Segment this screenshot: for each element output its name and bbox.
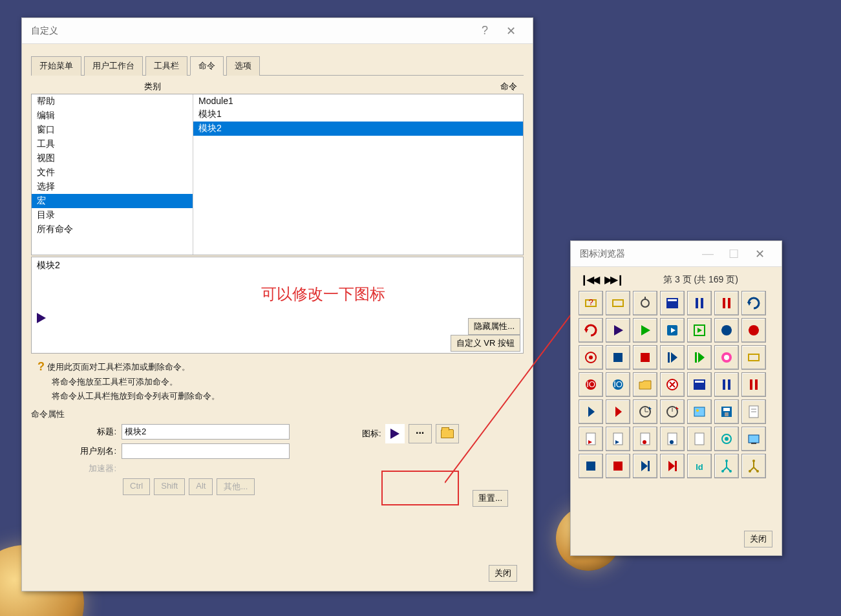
icon-cell-30[interactable] xyxy=(633,399,657,424)
icon-cell-27[interactable] xyxy=(741,372,766,397)
icon-cell-5[interactable] xyxy=(714,291,739,315)
icon-browser-close-icon[interactable]: ✕ xyxy=(747,247,772,261)
reset-button[interactable]: 重置... xyxy=(473,490,508,507)
tab-3[interactable]: 命令 xyxy=(190,56,224,76)
icon-cell-34[interactable] xyxy=(741,399,766,424)
icon-cell-23[interactable] xyxy=(633,372,657,397)
icon-cell-20[interactable] xyxy=(741,345,766,370)
tab-0[interactable]: 开始菜单 xyxy=(31,56,81,76)
icon-cell-1[interactable] xyxy=(606,291,630,315)
icon-cell-39[interactable] xyxy=(687,427,712,451)
next-page-button[interactable]: ▶▶❙ xyxy=(604,273,623,286)
modifier-其他...[interactable]: 其他... xyxy=(217,478,255,495)
icon-cell-15[interactable] xyxy=(606,345,630,370)
icon-cell-37[interactable] xyxy=(633,427,657,451)
alias-input[interactable] xyxy=(122,443,290,459)
tab-2[interactable]: 工具栏 xyxy=(145,56,187,76)
icon-cell-41[interactable] xyxy=(741,427,766,451)
icon-cell-11[interactable] xyxy=(687,318,712,343)
icon-cell-3[interactable] xyxy=(660,291,685,315)
svg-text:Id: Id xyxy=(696,462,703,472)
icon-cell-0[interactable]: ? xyxy=(579,291,603,315)
icon-cell-24[interactable] xyxy=(660,372,685,397)
command-list[interactable]: Module1模块1模块2 xyxy=(193,94,523,255)
command-item[interactable]: 模块1 xyxy=(193,107,523,122)
svg-marker-16 xyxy=(641,325,650,335)
first-page-button[interactable]: ❙◀◀ xyxy=(580,273,598,286)
svg-rect-76 xyxy=(613,462,623,471)
annotation-text: 可以修改一下图标 xyxy=(261,284,385,304)
icon-cell-38[interactable] xyxy=(660,427,685,451)
icon-cell-18[interactable] xyxy=(687,345,712,370)
modifier-shift[interactable]: Shift xyxy=(154,478,185,495)
page-info: 第 3 页 (共 169 页) xyxy=(629,274,772,286)
icon-cell-40[interactable] xyxy=(714,427,739,451)
category-item[interactable]: 目录 xyxy=(32,208,193,222)
icon-cell-48[interactable] xyxy=(741,454,766,478)
icon-cell-42[interactable] xyxy=(579,454,603,478)
category-item[interactable]: 选择 xyxy=(32,180,193,194)
icon-cell-22[interactable]: IO xyxy=(606,372,630,397)
icon-browser-close-button[interactable]: 关闭 xyxy=(744,531,772,547)
svg-marker-50 xyxy=(649,407,652,409)
svg-rect-9 xyxy=(696,298,698,308)
category-list[interactable]: 帮助编辑窗口工具视图文件选择宏目录所有命令 xyxy=(32,94,193,255)
tab-1[interactable]: 用户工作台 xyxy=(84,56,143,76)
category-item[interactable]: 窗口 xyxy=(32,123,193,137)
svg-rect-78 xyxy=(648,461,650,471)
icon-cell-45[interactable] xyxy=(660,454,685,478)
maximize-button[interactable]: ☐ xyxy=(721,247,747,261)
icon-cell-44[interactable] xyxy=(633,454,657,478)
icon-cell-6[interactable] xyxy=(741,291,766,315)
modifier-ctrl[interactable]: Ctrl xyxy=(123,478,150,495)
icon-cell-13[interactable] xyxy=(741,318,766,343)
category-item[interactable]: 宏 xyxy=(32,194,193,208)
icon-cell-19[interactable] xyxy=(714,345,739,370)
category-item[interactable]: 工具 xyxy=(32,137,193,151)
tab-4[interactable]: 选项 xyxy=(226,56,260,76)
icon-cell-36[interactable] xyxy=(606,427,630,451)
icon-cell-25[interactable] xyxy=(687,372,712,397)
icon-cell-7[interactable] xyxy=(579,318,603,343)
icon-cell-2[interactable] xyxy=(633,291,657,315)
category-item[interactable]: 视图 xyxy=(32,151,193,165)
icon-cell-12[interactable] xyxy=(714,318,739,343)
icon-cell-17[interactable] xyxy=(660,345,685,370)
help-button[interactable]: ? xyxy=(472,24,498,37)
category-item[interactable]: 文件 xyxy=(32,165,193,180)
icon-cell-35[interactable] xyxy=(579,427,603,451)
category-item[interactable]: 帮助 xyxy=(32,94,193,109)
icon-cell-43[interactable] xyxy=(606,454,630,478)
icon-cell-31[interactable] xyxy=(660,399,685,424)
icon-cell-28[interactable] xyxy=(579,399,603,424)
icon-cell-9[interactable] xyxy=(633,318,657,343)
icon-cell-10[interactable] xyxy=(660,318,685,343)
titlebar: 自定义 ? ✕ xyxy=(22,18,533,44)
icon-cell-8[interactable] xyxy=(606,318,630,343)
browse-icon-button[interactable]: ... xyxy=(409,424,432,443)
title-input[interactable] xyxy=(122,424,290,440)
icon-cell-4[interactable] xyxy=(687,291,712,315)
command-item[interactable]: 模块2 xyxy=(193,122,523,136)
icon-cell-14[interactable] xyxy=(579,345,603,370)
icon-cell-16[interactable] xyxy=(633,345,657,370)
close-icon[interactable]: ✕ xyxy=(498,24,524,38)
icon-cell-21[interactable]: IO xyxy=(579,372,603,397)
icon-cell-33[interactable] xyxy=(714,399,739,424)
icon-cell-29[interactable] xyxy=(606,399,630,424)
customize-vr-button[interactable]: 自定义 VR 按钮 xyxy=(451,335,520,352)
svg-rect-62 xyxy=(586,433,595,445)
command-item[interactable]: Module1 xyxy=(193,94,523,107)
close-button[interactable]: 关闭 xyxy=(489,565,517,582)
icon-cell-46[interactable]: Id xyxy=(687,454,712,478)
open-folder-button[interactable] xyxy=(436,424,459,443)
icon-cell-47[interactable] xyxy=(714,454,739,478)
hide-properties-button[interactable]: 隐藏属性... xyxy=(468,318,520,335)
svg-point-86 xyxy=(749,470,751,473)
icon-cell-32[interactable] xyxy=(687,399,712,424)
minimize-button[interactable]: — xyxy=(695,247,721,260)
category-item[interactable]: 编辑 xyxy=(32,109,193,123)
modifier-alt[interactable]: Alt xyxy=(189,478,213,495)
icon-cell-26[interactable] xyxy=(714,372,739,397)
category-item[interactable]: 所有命令 xyxy=(32,222,193,237)
